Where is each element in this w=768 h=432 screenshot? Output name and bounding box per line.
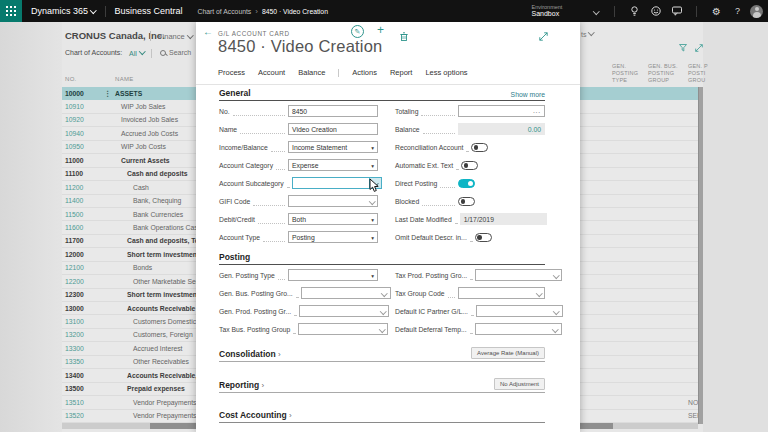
chevron-down-icon[interactable] (379, 326, 385, 332)
account-no-link[interactable]: 11500 (65, 211, 109, 218)
column-header-no[interactable]: NO. (65, 76, 77, 82)
section-title-cost-accounting[interactable]: Cost Accounting › (219, 410, 292, 420)
account-no-link[interactable]: 10950 (65, 143, 109, 150)
consolidation-badge[interactable]: Average Rate (Manual) (471, 347, 545, 359)
dropdown-arrow-icon[interactable]: ▾ (371, 163, 374, 169)
vertical-scrollbar[interactable] (698, 87, 703, 424)
account-no-link[interactable]: 13500 (65, 385, 109, 392)
field-name[interactable]: Video Creation (288, 123, 378, 136)
field-totaling[interactable]: ... (458, 105, 545, 118)
account-no-link[interactable]: 12000 (65, 251, 109, 258)
field-gen-posting-type[interactable]: ▾ (288, 269, 378, 282)
account-no-link[interactable]: 11100 (65, 170, 109, 177)
tab-less-options[interactable]: Less options (425, 68, 467, 77)
field-tax-prod-posting-group[interactable] (475, 269, 562, 282)
chevron-down-icon[interactable] (553, 308, 559, 314)
field-gen-prod-posting-group[interactable] (299, 305, 389, 318)
account-no-link[interactable]: 13350 (65, 358, 109, 365)
brand-menu[interactable]: Dynamics 365 (31, 6, 96, 16)
account-no-link[interactable]: 11000 (65, 157, 109, 164)
account-no-link[interactable]: 10940 (65, 130, 109, 137)
account-no-link[interactable]: 10920 (65, 116, 109, 123)
list-filter-value[interactable]: All (129, 49, 144, 57)
dropdown-arrow-icon[interactable]: ▾ (371, 235, 374, 241)
chevron-down-icon[interactable] (553, 272, 559, 278)
chevron-down-icon[interactable] (381, 290, 387, 296)
tab-process[interactable]: Process (218, 68, 245, 77)
account-no-link[interactable]: 12100 (65, 264, 109, 271)
chat-button[interactable] (666, 0, 687, 22)
dropdown-arrow-icon[interactable]: ▾ (371, 273, 374, 279)
tab-actions[interactable]: Actions (352, 68, 377, 77)
field-default-deferral-template[interactable] (475, 323, 562, 336)
account-no-link[interactable]: 11200 (65, 184, 109, 191)
nav-menu-finance[interactable]: Finance (158, 32, 192, 41)
account-no-link[interactable]: 13300 (65, 345, 109, 352)
delete-button[interactable] (400, 27, 408, 45)
toggle-reconciliation-account[interactable] (471, 143, 488, 152)
filter-funnel-icon[interactable] (679, 44, 687, 52)
toggle-blocked[interactable] (458, 197, 475, 206)
field-tax-bus-posting-group[interactable] (298, 323, 388, 336)
chevron-down-icon[interactable] (380, 308, 386, 314)
field-default-ic-partner-gl[interactable] (476, 305, 563, 318)
toggle-automatic-ext-text[interactable] (461, 161, 478, 170)
account-no-link[interactable]: 13400 (65, 372, 109, 379)
toggle-direct-posting[interactable] (458, 179, 475, 188)
field-debit-credit[interactable]: Both▾ (288, 213, 378, 226)
section-title-consolidation[interactable]: Consolidation › (219, 349, 281, 359)
column-header-name[interactable]: NAME (115, 76, 134, 82)
toggle-omit-default-descr[interactable] (475, 233, 492, 242)
chevron-down-icon[interactable] (552, 326, 558, 332)
tab-report[interactable]: Report (390, 68, 413, 77)
chevron-down-icon[interactable] (536, 290, 542, 296)
field-gen-bus-posting-group[interactable] (301, 287, 391, 300)
column-header-gen-posting-type[interactable]: GEN.POSTINGTYPE (612, 63, 638, 84)
back-button[interactable]: ← (203, 26, 213, 37)
chevron-down-icon[interactable] (593, 8, 599, 14)
account-no-link[interactable]: 11400 (65, 197, 109, 204)
feedback-button[interactable] (645, 0, 666, 22)
expand-card-button[interactable] (539, 27, 548, 45)
account-no-link[interactable]: 12300 (65, 291, 109, 298)
account-no-link[interactable]: 13100 (65, 318, 109, 325)
section-title-general[interactable]: General (219, 88, 251, 98)
show-more-link[interactable]: Show more (511, 91, 545, 98)
avatar[interactable] (750, 5, 763, 18)
column-header-gen-prod-posting-group[interactable]: GEN. PPOSTIGROU (688, 63, 708, 84)
reporting-badge[interactable]: No Adjustment (494, 378, 545, 390)
account-no-link[interactable]: 13510 (65, 399, 109, 406)
account-no-link[interactable]: 10910 (65, 103, 109, 110)
help-button[interactable]: ? (727, 0, 748, 22)
account-no-link[interactable]: 13000 (65, 305, 109, 312)
dropdown-arrow-icon[interactable]: ▾ (371, 145, 374, 151)
row-options-icon[interactable]: ⋮ (104, 89, 112, 98)
account-no-link[interactable]: 13520 (65, 412, 109, 419)
tab-balance[interactable]: Balance (298, 68, 325, 77)
search-control[interactable]: Search (160, 49, 191, 56)
expand-list-icon[interactable] (695, 44, 703, 52)
account-no-link[interactable]: 10000 (65, 90, 109, 97)
tab-account[interactable]: Account (258, 68, 285, 77)
field-account-category[interactable]: Expense▾ (288, 159, 378, 172)
whats-new-button[interactable] (624, 0, 645, 22)
account-no-link[interactable]: 12200 (65, 278, 109, 285)
field-gifi-code[interactable] (288, 195, 378, 208)
field-account-type[interactable]: Posting▾ (288, 231, 378, 244)
column-header-gen-bus-posting-group[interactable]: GEN. BUS.POSTINGGROUP (648, 63, 678, 84)
environment-picker[interactable]: Environment Sandbox (532, 4, 590, 18)
breadcrumb-parent[interactable]: Chart of Accounts (198, 8, 252, 15)
new-button[interactable]: + (377, 23, 384, 37)
field-no[interactable]: 8450 (288, 105, 378, 118)
field-income-balance[interactable]: Income Statement▾ (288, 141, 378, 154)
settings-button[interactable]: ⚙ (706, 0, 727, 22)
assist-edit-button[interactable]: ... (533, 109, 541, 113)
account-no-link[interactable]: 13200 (65, 331, 109, 338)
chevron-down-icon[interactable] (369, 198, 375, 204)
account-no-link[interactable]: 11700 (65, 237, 109, 244)
section-title-reporting[interactable]: Reporting › (219, 380, 264, 390)
field-tax-group-code[interactable] (458, 287, 545, 300)
section-title-posting[interactable]: Posting (219, 252, 250, 262)
dropdown-arrow-icon[interactable]: ▾ (371, 217, 374, 223)
field-value-balance[interactable]: 0.00 (528, 126, 541, 133)
